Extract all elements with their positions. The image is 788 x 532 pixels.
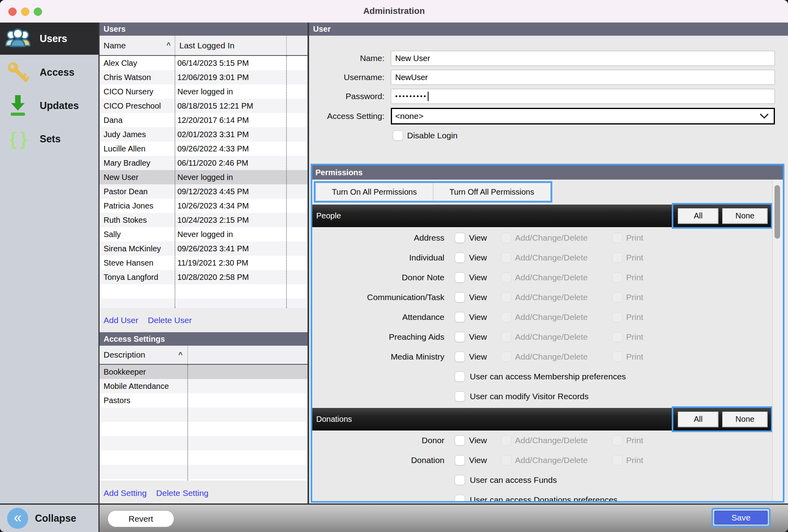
access-row[interactable]: Mobile Attendance [100, 379, 308, 393]
table-row[interactable]: Patricia Jones10/26/2023 4:34 PM [100, 199, 308, 213]
table-row[interactable]: Steve Hansen11/19/2021 2:30 PM [100, 256, 308, 270]
funds-checkbox[interactable] [455, 475, 465, 485]
users-table-body: Alex Clay06/14/2023 5:15 PM Chris Watson… [100, 56, 308, 308]
print-checkbox [612, 312, 623, 322]
table-row[interactable]: Lucille Allen09/26/2022 4:33 PM [100, 142, 308, 156]
sort-asc-icon: ^ [178, 351, 183, 359]
print-checkbox [612, 233, 623, 243]
bottom-bar: « Collapse Revert Save [0, 503, 788, 532]
sidebar: Users Access Upd [0, 22, 98, 503]
table-row[interactable]: CICO NurseryNever logged in [100, 84, 308, 99]
delete-user-link[interactable]: Delete User [148, 316, 192, 325]
add-user-link[interactable]: Add User [104, 316, 138, 325]
revert-button[interactable]: Revert [108, 510, 174, 527]
print-checkbox [612, 455, 623, 465]
password-field[interactable]: ••••••••• [391, 89, 775, 104]
sidebar-item-access-label: Access [40, 67, 75, 78]
view-checkbox[interactable] [455, 312, 465, 322]
people-permission-rows: Address View Add/Change/Delete Print Ind… [312, 227, 783, 406]
membership-preferences-checkbox[interactable] [455, 371, 465, 382]
view-checkbox[interactable] [455, 435, 465, 446]
column-header-name[interactable]: Name ^ [100, 36, 175, 55]
users-column: Users Name ^ Last Logged In Alex Clay06/… [100, 22, 308, 503]
turn-off-all-permissions-button[interactable]: Turn Off All Permissions [433, 183, 551, 201]
table-row[interactable]: Judy James02/01/2023 3:31 PM [100, 127, 308, 142]
save-button[interactable]: Save [714, 511, 768, 524]
collapse-cell: « Collapse [0, 505, 98, 532]
permission-row: Communication/Task View Add/Change/Delet… [312, 287, 783, 307]
donations-none-button[interactable]: None [722, 411, 768, 427]
view-checkbox[interactable] [455, 292, 465, 302]
add-change-delete-checkbox [501, 435, 511, 446]
print-checkbox [612, 332, 623, 342]
username-label: Username: [344, 73, 384, 82]
add-change-delete-checkbox [501, 253, 511, 263]
users-panel-title: Users [100, 22, 308, 36]
sidebar-item-updates-label: Updates [40, 100, 79, 111]
delete-setting-link[interactable]: Delete Setting [156, 488, 209, 498]
access-row[interactable]: Pastors [100, 393, 308, 408]
table-row[interactable]: Dana12/20/2017 6:14 PM [100, 113, 308, 127]
table-row[interactable]: Mary Bradley06/11/2020 2:46 PM [100, 156, 308, 170]
permission-row: Attendance View Add/Change/Delete Print [312, 307, 783, 327]
turn-permissions-button-group: Turn On All Permissions Turn Off All Per… [314, 181, 552, 203]
sidebar-item-access[interactable]: Access [0, 55, 98, 89]
table-row-selected[interactable]: New UserNever logged in [100, 170, 308, 184]
users-group-icon [5, 27, 31, 50]
turn-on-all-permissions-button[interactable]: Turn On All Permissions [315, 183, 433, 201]
disable-login-checkbox[interactable] [393, 130, 403, 141]
permission-row: Donor View Add/Change/Delete Print [312, 431, 783, 450]
table-row[interactable]: SallyNever logged in [100, 227, 308, 241]
scrollbar-track[interactable] [772, 180, 783, 501]
access-table-header: Description ^ [100, 346, 308, 365]
user-panel-title: User [309, 22, 788, 36]
access-row-selected[interactable]: Bookkeeper [100, 365, 308, 379]
add-change-delete-checkbox [501, 272, 511, 283]
username-field[interactable]: NewUser [391, 70, 775, 85]
table-row[interactable]: Chris Watson12/06/2019 3:01 PM [100, 70, 308, 84]
key-icon [5, 61, 31, 84]
collapse-label: Collapse [35, 505, 76, 532]
access-setting-select[interactable]: <none> [391, 108, 775, 124]
permission-extra-row: User can access Funds [312, 470, 783, 490]
print-checkbox [612, 292, 623, 302]
permission-extra-row: User can modify Visitor Records [312, 387, 783, 406]
visitor-records-checkbox[interactable] [455, 391, 465, 402]
name-field[interactable]: New User [391, 51, 775, 66]
view-checkbox[interactable] [455, 233, 465, 243]
sidebar-item-sets-label: Sets [40, 133, 61, 145]
table-row[interactable]: Ruth Stokes10/24/2023 2:15 PM [100, 213, 308, 227]
sidebar-item-users[interactable]: Users [0, 22, 98, 55]
donations-preferences-checkbox[interactable] [455, 495, 465, 503]
column-header-description[interactable]: Description ^ [100, 346, 187, 364]
permission-row: Individual View Add/Change/Delete Print [312, 248, 783, 268]
donations-all-button[interactable]: All [678, 411, 719, 427]
sidebar-item-updates[interactable]: Updates [0, 89, 98, 122]
permission-row: Preaching Aids View Add/Change/Delete Pr… [312, 327, 783, 347]
table-row[interactable]: CICO Preschool08/18/2015 12:21 PM [100, 99, 308, 113]
view-checkbox[interactable] [455, 352, 465, 362]
print-checkbox [612, 253, 623, 263]
view-checkbox[interactable] [455, 253, 465, 263]
sidebar-item-sets[interactable]: { } Sets [0, 122, 98, 155]
table-row[interactable]: Tonya Langford10/28/2020 2:58 PM [100, 270, 308, 284]
sidebar-item-users-label: Users [40, 33, 67, 44]
permissions-title: Permissions [312, 165, 783, 180]
view-checkbox[interactable] [455, 272, 465, 283]
table-row[interactable]: Pastor Dean09/12/2023 4:45 PM [100, 184, 308, 199]
add-setting-link[interactable]: Add Setting [104, 488, 147, 498]
scrollbar-thumb[interactable] [775, 185, 780, 239]
people-none-button[interactable]: None [722, 208, 768, 224]
table-row[interactable]: Alex Clay06/14/2023 5:15 PM [100, 56, 308, 70]
view-checkbox[interactable] [455, 332, 465, 342]
permission-row: Donor Note View Add/Change/Delete Print [312, 268, 783, 287]
access-footer: Add Setting Delete Setting [100, 480, 308, 505]
people-section-bar: People All None [312, 205, 773, 227]
users-footer: Add User Delete User [100, 308, 308, 332]
table-row[interactable]: Sirena McKinley09/26/2023 3:41 PM [100, 241, 308, 256]
view-checkbox[interactable] [455, 455, 465, 465]
collapse-icon[interactable]: « [7, 508, 28, 529]
download-arrow-icon [5, 94, 31, 117]
people-all-button[interactable]: All [678, 208, 719, 224]
column-header-last-logged-in[interactable]: Last Logged In [175, 36, 286, 55]
